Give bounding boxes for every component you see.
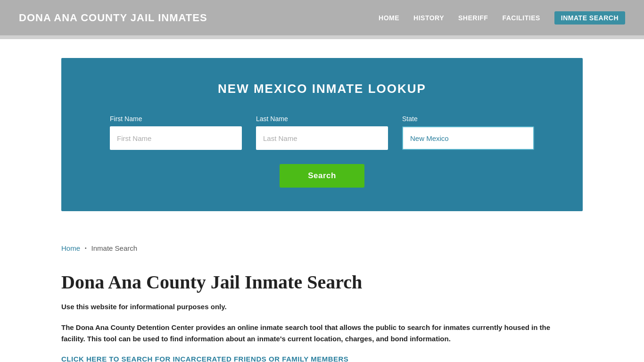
nav-inmate-search[interactable]: INMATE SEARCH bbox=[554, 11, 625, 25]
breadcrumb-current: Inmate Search bbox=[91, 244, 138, 252]
search-button[interactable]: Search bbox=[280, 164, 364, 188]
site-title: DONA ANA COUNTY JAIL INMATES bbox=[19, 12, 207, 24]
breadcrumb-home-link[interactable]: Home bbox=[61, 244, 80, 252]
breadcrumb-separator: • bbox=[85, 246, 87, 251]
search-btn-row: Search bbox=[90, 164, 554, 188]
page-heading: Dona Ana County Jail Inmate Search bbox=[61, 271, 583, 293]
last-name-input[interactable] bbox=[256, 126, 388, 150]
first-name-input[interactable] bbox=[110, 126, 242, 150]
main-content: Dona Ana County Jail Inmate Search Use t… bbox=[0, 257, 644, 362]
state-label: State bbox=[402, 115, 534, 123]
header: DONA ANA COUNTY JAIL INMATES HOME HISTOR… bbox=[0, 0, 644, 35]
last-name-group: Last Name bbox=[256, 115, 388, 150]
header-underline bbox=[0, 35, 644, 39]
first-name-label: First Name bbox=[110, 115, 242, 123]
info-text-long: The Dona Ana County Detention Center pro… bbox=[61, 322, 552, 345]
nav-facilities[interactable]: FACILITIES bbox=[502, 14, 540, 22]
banner-title: NEW MEXICO INMATE LOOKUP bbox=[90, 82, 554, 96]
nav: HOME HISTORY SHERIFF FACILITIES INMATE S… bbox=[379, 11, 625, 25]
nav-home[interactable]: HOME bbox=[379, 14, 399, 22]
breadcrumb: Home • Inmate Search bbox=[0, 230, 644, 257]
form-row: First Name Last Name State bbox=[90, 115, 554, 150]
state-input[interactable] bbox=[402, 126, 534, 150]
first-name-group: First Name bbox=[110, 115, 242, 150]
info-text-short: Use this website for informational purpo… bbox=[61, 302, 583, 313]
state-group: State bbox=[402, 115, 534, 150]
nav-sheriff[interactable]: SHERIFF bbox=[458, 14, 488, 22]
nav-history[interactable]: HISTORY bbox=[413, 14, 444, 22]
search-banner: NEW MEXICO INMATE LOOKUP First Name Last… bbox=[61, 58, 583, 211]
click-here-link[interactable]: CLICK HERE to Search for Incarcerated Fr… bbox=[61, 355, 348, 362]
last-name-label: Last Name bbox=[256, 115, 388, 123]
